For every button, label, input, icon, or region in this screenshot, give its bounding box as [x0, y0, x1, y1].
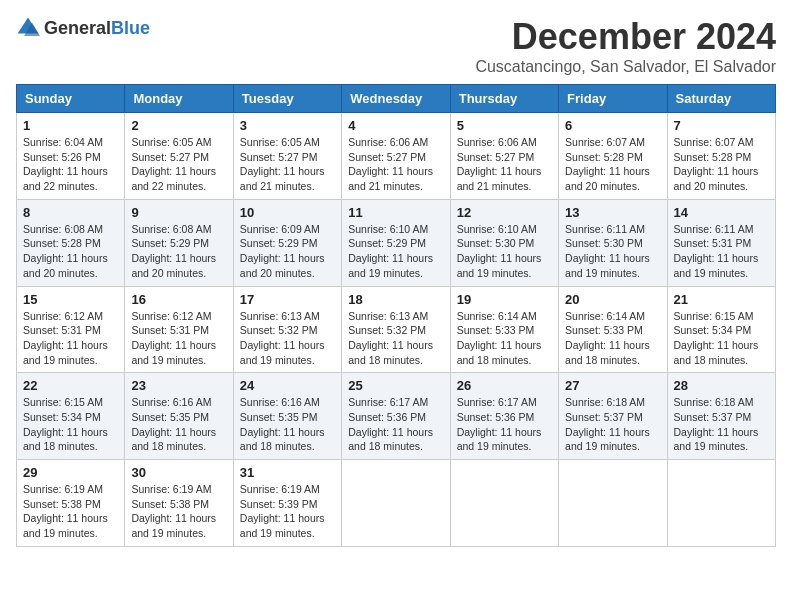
calendar-cell: 19 Sunrise: 6:14 AMSunset: 5:33 PMDaylig…	[450, 286, 558, 373]
calendar-cell	[667, 460, 775, 547]
calendar-header-thursday: Thursday	[450, 85, 558, 113]
day-number: 24	[240, 378, 335, 393]
day-detail: Sunrise: 6:12 AMSunset: 5:31 PMDaylight:…	[131, 310, 216, 366]
calendar-header-tuesday: Tuesday	[233, 85, 341, 113]
day-number: 9	[131, 205, 226, 220]
day-number: 11	[348, 205, 443, 220]
day-detail: Sunrise: 6:19 AMSunset: 5:38 PMDaylight:…	[131, 483, 216, 539]
day-number: 21	[674, 292, 769, 307]
day-number: 20	[565, 292, 660, 307]
day-number: 2	[131, 118, 226, 133]
day-detail: Sunrise: 6:16 AMSunset: 5:35 PMDaylight:…	[131, 396, 216, 452]
day-detail: Sunrise: 6:08 AMSunset: 5:29 PMDaylight:…	[131, 223, 216, 279]
day-number: 8	[23, 205, 118, 220]
calendar-cell	[450, 460, 558, 547]
day-detail: Sunrise: 6:19 AMSunset: 5:39 PMDaylight:…	[240, 483, 325, 539]
calendar-week-2: 8 Sunrise: 6:08 AMSunset: 5:28 PMDayligh…	[17, 199, 776, 286]
day-detail: Sunrise: 6:15 AMSunset: 5:34 PMDaylight:…	[23, 396, 108, 452]
day-detail: Sunrise: 6:08 AMSunset: 5:28 PMDaylight:…	[23, 223, 108, 279]
calendar-cell: 11 Sunrise: 6:10 AMSunset: 5:29 PMDaylig…	[342, 199, 450, 286]
calendar-cell: 6 Sunrise: 6:07 AMSunset: 5:28 PMDayligh…	[559, 113, 667, 200]
day-detail: Sunrise: 6:04 AMSunset: 5:26 PMDaylight:…	[23, 136, 108, 192]
day-detail: Sunrise: 6:19 AMSunset: 5:38 PMDaylight:…	[23, 483, 108, 539]
day-detail: Sunrise: 6:14 AMSunset: 5:33 PMDaylight:…	[457, 310, 542, 366]
month-title: December 2024	[475, 16, 776, 58]
day-detail: Sunrise: 6:11 AMSunset: 5:31 PMDaylight:…	[674, 223, 759, 279]
calendar-week-3: 15 Sunrise: 6:12 AMSunset: 5:31 PMDaylig…	[17, 286, 776, 373]
calendar-header-wednesday: Wednesday	[342, 85, 450, 113]
calendar-week-1: 1 Sunrise: 6:04 AMSunset: 5:26 PMDayligh…	[17, 113, 776, 200]
day-number: 22	[23, 378, 118, 393]
day-number: 7	[674, 118, 769, 133]
calendar-header-saturday: Saturday	[667, 85, 775, 113]
calendar-cell: 5 Sunrise: 6:06 AMSunset: 5:27 PMDayligh…	[450, 113, 558, 200]
day-detail: Sunrise: 6:11 AMSunset: 5:30 PMDaylight:…	[565, 223, 650, 279]
calendar-cell: 26 Sunrise: 6:17 AMSunset: 5:36 PMDaylig…	[450, 373, 558, 460]
calendar-cell: 28 Sunrise: 6:18 AMSunset: 5:37 PMDaylig…	[667, 373, 775, 460]
location-title: Cuscatancingo, San Salvador, El Salvador	[475, 58, 776, 76]
day-number: 3	[240, 118, 335, 133]
calendar-cell: 27 Sunrise: 6:18 AMSunset: 5:37 PMDaylig…	[559, 373, 667, 460]
day-number: 1	[23, 118, 118, 133]
calendar-cell: 16 Sunrise: 6:12 AMSunset: 5:31 PMDaylig…	[125, 286, 233, 373]
day-number: 26	[457, 378, 552, 393]
day-number: 15	[23, 292, 118, 307]
day-detail: Sunrise: 6:10 AMSunset: 5:30 PMDaylight:…	[457, 223, 542, 279]
day-detail: Sunrise: 6:13 AMSunset: 5:32 PMDaylight:…	[348, 310, 433, 366]
day-number: 5	[457, 118, 552, 133]
calendar-week-5: 29 Sunrise: 6:19 AMSunset: 5:38 PMDaylig…	[17, 460, 776, 547]
calendar-header-monday: Monday	[125, 85, 233, 113]
day-detail: Sunrise: 6:14 AMSunset: 5:33 PMDaylight:…	[565, 310, 650, 366]
calendar-cell: 12 Sunrise: 6:10 AMSunset: 5:30 PMDaylig…	[450, 199, 558, 286]
day-detail: Sunrise: 6:05 AMSunset: 5:27 PMDaylight:…	[240, 136, 325, 192]
day-number: 19	[457, 292, 552, 307]
day-detail: Sunrise: 6:09 AMSunset: 5:29 PMDaylight:…	[240, 223, 325, 279]
day-number: 27	[565, 378, 660, 393]
calendar-cell: 2 Sunrise: 6:05 AMSunset: 5:27 PMDayligh…	[125, 113, 233, 200]
calendar-cell: 14 Sunrise: 6:11 AMSunset: 5:31 PMDaylig…	[667, 199, 775, 286]
day-number: 31	[240, 465, 335, 480]
day-detail: Sunrise: 6:13 AMSunset: 5:32 PMDaylight:…	[240, 310, 325, 366]
calendar-body: 1 Sunrise: 6:04 AMSunset: 5:26 PMDayligh…	[17, 113, 776, 547]
calendar-cell	[559, 460, 667, 547]
day-detail: Sunrise: 6:12 AMSunset: 5:31 PMDaylight:…	[23, 310, 108, 366]
calendar-cell: 22 Sunrise: 6:15 AMSunset: 5:34 PMDaylig…	[17, 373, 125, 460]
day-number: 4	[348, 118, 443, 133]
calendar-cell: 29 Sunrise: 6:19 AMSunset: 5:38 PMDaylig…	[17, 460, 125, 547]
calendar-cell: 9 Sunrise: 6:08 AMSunset: 5:29 PMDayligh…	[125, 199, 233, 286]
day-detail: Sunrise: 6:15 AMSunset: 5:34 PMDaylight:…	[674, 310, 759, 366]
calendar-cell: 1 Sunrise: 6:04 AMSunset: 5:26 PMDayligh…	[17, 113, 125, 200]
page-header: GeneralBlue December 2024 Cuscatancingo,…	[16, 16, 776, 76]
day-number: 18	[348, 292, 443, 307]
day-number: 6	[565, 118, 660, 133]
day-detail: Sunrise: 6:18 AMSunset: 5:37 PMDaylight:…	[565, 396, 650, 452]
calendar-cell: 20 Sunrise: 6:14 AMSunset: 5:33 PMDaylig…	[559, 286, 667, 373]
calendar-header-sunday: Sunday	[17, 85, 125, 113]
day-number: 13	[565, 205, 660, 220]
day-number: 12	[457, 205, 552, 220]
calendar-cell: 4 Sunrise: 6:06 AMSunset: 5:27 PMDayligh…	[342, 113, 450, 200]
calendar-cell	[342, 460, 450, 547]
day-number: 23	[131, 378, 226, 393]
day-number: 25	[348, 378, 443, 393]
calendar-cell: 10 Sunrise: 6:09 AMSunset: 5:29 PMDaylig…	[233, 199, 341, 286]
calendar-cell: 31 Sunrise: 6:19 AMSunset: 5:39 PMDaylig…	[233, 460, 341, 547]
day-detail: Sunrise: 6:10 AMSunset: 5:29 PMDaylight:…	[348, 223, 433, 279]
calendar-cell: 17 Sunrise: 6:13 AMSunset: 5:32 PMDaylig…	[233, 286, 341, 373]
logo: GeneralBlue	[16, 16, 150, 40]
title-section: December 2024 Cuscatancingo, San Salvado…	[475, 16, 776, 76]
calendar-table: SundayMondayTuesdayWednesdayThursdayFrid…	[16, 84, 776, 547]
calendar-cell: 7 Sunrise: 6:07 AMSunset: 5:28 PMDayligh…	[667, 113, 775, 200]
day-number: 10	[240, 205, 335, 220]
calendar-cell: 24 Sunrise: 6:16 AMSunset: 5:35 PMDaylig…	[233, 373, 341, 460]
day-detail: Sunrise: 6:17 AMSunset: 5:36 PMDaylight:…	[348, 396, 433, 452]
day-number: 16	[131, 292, 226, 307]
day-detail: Sunrise: 6:07 AMSunset: 5:28 PMDaylight:…	[674, 136, 759, 192]
calendar-header-friday: Friday	[559, 85, 667, 113]
calendar-cell: 18 Sunrise: 6:13 AMSunset: 5:32 PMDaylig…	[342, 286, 450, 373]
calendar-cell: 23 Sunrise: 6:16 AMSunset: 5:35 PMDaylig…	[125, 373, 233, 460]
day-detail: Sunrise: 6:07 AMSunset: 5:28 PMDaylight:…	[565, 136, 650, 192]
calendar-week-4: 22 Sunrise: 6:15 AMSunset: 5:34 PMDaylig…	[17, 373, 776, 460]
logo-blue: Blue	[111, 18, 150, 38]
calendar-cell: 8 Sunrise: 6:08 AMSunset: 5:28 PMDayligh…	[17, 199, 125, 286]
